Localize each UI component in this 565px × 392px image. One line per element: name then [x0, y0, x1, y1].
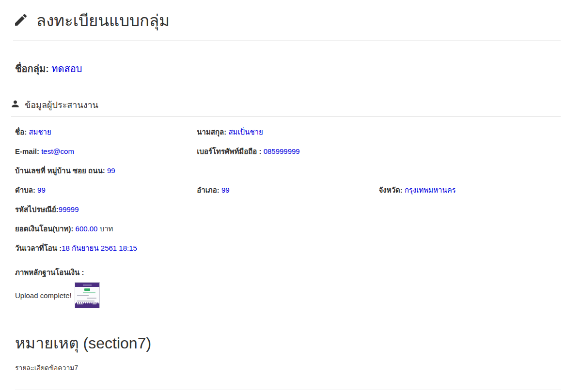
address-label: บ้านเลขที่ หมู่บ้าน ซอย ถนน:: [15, 166, 105, 175]
last-name-value: สมเป็นชาย: [228, 128, 263, 136]
last-name-label: นามสกุล:: [197, 128, 226, 136]
pencil-icon: [13, 12, 29, 30]
coordinator-section-header: ข้อมูลผู้ประสานงาน: [11, 98, 561, 117]
upload-status-text: Upload complete!: [15, 291, 72, 300]
transfer-datetime-label: วันเวลาที่โอน :: [15, 244, 62, 252]
mobile-value: 085999999: [264, 147, 300, 155]
first-name-value: สมชาย: [29, 128, 51, 136]
group-name-label: ชื่อกลุ่ม:: [15, 63, 49, 74]
field-last-name: นามสกุล: สมเป็นชาย: [197, 128, 378, 136]
field-row-transfer-datetime: วันเวลาที่โอน :18 กันยายน 2561 18:15: [15, 244, 561, 252]
subdistrict-label: ตำบล:: [15, 186, 35, 194]
subdistrict-value: 99: [37, 186, 46, 194]
field-subdistrict: ตำบล: 99: [15, 186, 197, 194]
province-value: กรุงเทพมหานคร: [405, 186, 456, 194]
page-header: ลงทะเบียนแบบกลุ่ม: [13, 0, 561, 41]
field-row-postcode: รหัสไปรษณีย์:99999: [15, 206, 561, 213]
coordinator-fields: ชื่อ: สมชาย นามสกุล: สมเป็นชาย E-mail: t…: [15, 128, 561, 252]
payment-proof-label: ภาพหลักฐานโอนเงิน :: [15, 267, 561, 278]
amount-unit: บาท: [100, 225, 113, 233]
amount-value: 600.00: [76, 225, 98, 233]
page-container: ลงทะเบียนแบบกลุ่ม ชื่อกลุ่ม: ทดสอบ ข้อมู…: [0, 0, 565, 392]
payment-proof-line: Upload complete!: [15, 282, 561, 308]
receipt-header-bar: [75, 283, 99, 287]
first-name-label: ชื่อ:: [15, 128, 27, 136]
field-district: อำเภอ: 99: [197, 186, 378, 194]
field-mobile: เบอร์โทรศัพท์มือถือ : 085999999: [197, 148, 378, 155]
field-transfer-datetime: วันเวลาที่โอน :18 กันยายน 2561 18:15: [15, 244, 197, 252]
receipt-body: [75, 287, 99, 302]
transfer-datetime-value: 18 กันยายน 2561 18:15: [62, 244, 137, 252]
mobile-label: เบอร์โทรศัพท์มือถือ :: [197, 147, 261, 155]
amount-label: ยอดเงินโอน(บาท):: [15, 225, 73, 233]
field-address: บ้านเลขที่ หมู่บ้าน ซอย ถนน: 99: [15, 167, 197, 175]
field-email: E-mail: test@com: [15, 148, 197, 155]
province-label: จังหวัด:: [379, 186, 403, 194]
district-label: อำเภอ:: [197, 186, 219, 194]
postcode-label: รหัสไปรษณีย์:: [15, 205, 59, 213]
receipt-success-badge: [84, 288, 90, 291]
field-row-amount: ยอดเงินโอน(บาท): 600.00 บาท: [15, 225, 561, 233]
field-amount: ยอดเงินโอน(บาท): 600.00 บาท: [15, 225, 197, 233]
note-detail-text: รายละเอียดข้อความ7: [15, 362, 561, 373]
email-value: test@com: [41, 147, 74, 155]
email-label: E-mail:: [15, 147, 39, 155]
field-province: จังหวัด: กรุงเทพมหานคร: [379, 186, 561, 194]
postcode-value: 99999: [59, 205, 79, 213]
address-value: 99: [107, 166, 115, 175]
payment-proof-thumbnail[interactable]: [75, 282, 100, 308]
field-row-region: ตำบล: 99 อำเภอ: 99 จังหวัด: กรุงเทพมหานค…: [15, 186, 561, 194]
user-icon: [11, 100, 19, 110]
field-row-address: บ้านเลขที่ หมู่บ้าน ซอย ถนน: 99: [15, 167, 561, 175]
group-name-value: ทดสอบ: [51, 63, 82, 74]
page-title: ลงทะเบียนแบบกลุ่ม: [36, 8, 170, 33]
coordinator-section-title: ข้อมูลผู้ประสานงาน: [25, 98, 98, 112]
group-name-line: ชื่อกลุ่ม: ทดสอบ: [15, 61, 561, 76]
field-first-name: ชื่อ: สมชาย: [15, 128, 197, 136]
field-row-contact: E-mail: test@com เบอร์โทรศัพท์มือถือ : 0…: [15, 148, 561, 155]
note-section-title: หมายเหตุ (section7): [15, 331, 561, 355]
bottom-divider: [15, 390, 561, 390]
field-postcode: รหัสไปรษณีย์:99999: [15, 206, 197, 213]
field-row-name: ชื่อ: สมชาย นามสกุล: สมเป็นชาย: [15, 128, 561, 136]
district-value: 99: [221, 186, 230, 194]
